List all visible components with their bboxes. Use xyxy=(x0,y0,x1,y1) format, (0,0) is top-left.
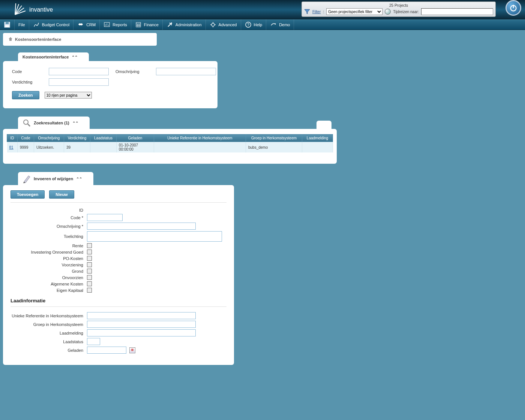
section-laadinformatie: Laadinformatie xyxy=(10,298,226,303)
th-id: ID xyxy=(7,135,18,142)
chk-grond[interactable] xyxy=(87,269,92,274)
add-button[interactable]: Toevoegen xyxy=(10,190,45,199)
menu-crm[interactable]: CRM xyxy=(74,19,100,30)
edit-groep-input[interactable] xyxy=(87,321,196,328)
menu-file[interactable]: File xyxy=(15,19,29,30)
filter-sep: : xyxy=(323,9,324,14)
results-tab-title: Zoekresultaten (1) xyxy=(34,121,69,125)
th-verd: Verdichting xyxy=(64,135,90,142)
chk-eigen[interactable] xyxy=(87,288,92,293)
menu-finance[interactable]: Finance xyxy=(131,19,163,30)
chk-onvoorzien[interactable] xyxy=(87,275,92,280)
row-groep: bubs_demo xyxy=(246,142,302,153)
label-id: ID xyxy=(10,208,83,212)
svg-rect-9 xyxy=(136,22,141,27)
label-pok: PO-Kosten xyxy=(10,256,83,261)
menu-reports[interactable]: Reports xyxy=(100,19,131,30)
th-geladen: Geladen xyxy=(117,135,154,142)
menu-budget[interactable]: Budget Control xyxy=(29,19,74,30)
help-icon: ? xyxy=(245,21,252,28)
label-toel: Toelichting xyxy=(10,234,83,239)
search-button[interactable]: Zoeken xyxy=(12,91,39,99)
search-code-input[interactable] xyxy=(49,68,109,75)
logo-text: invantive xyxy=(29,6,53,13)
logo-icon xyxy=(11,2,29,18)
search-tab-title: Kostensoorteninterface xyxy=(22,55,69,59)
label-omschr: Omschrijving * xyxy=(10,224,83,229)
new-button[interactable]: Nieuw xyxy=(49,190,74,199)
top-filter-bar: 25 Projects Filter: Geen projectspecifie… xyxy=(302,1,496,17)
menu-demo[interactable]: Demo xyxy=(266,19,294,30)
menu-help[interactable]: ?Help xyxy=(241,19,267,30)
chk-algemene[interactable] xyxy=(87,281,92,286)
logo: invantive xyxy=(11,2,53,18)
results-table: ID Code Omschrijving Verdichting Laadsta… xyxy=(7,134,333,152)
row-geladen: 01-10-2007 00:00:00 xyxy=(117,142,154,153)
breadcrumb: Kostensoorteninterface xyxy=(3,33,157,46)
rows-per-page-select[interactable]: 10 rijen per pagina xyxy=(45,92,92,99)
svg-point-22 xyxy=(275,24,276,25)
globe-icon xyxy=(385,9,391,15)
tools-icon xyxy=(166,21,173,28)
edit-omschr-input[interactable] xyxy=(87,223,196,230)
edit-code-input[interactable] xyxy=(87,214,123,221)
collapse-icon[interactable]: ⌃⌃ xyxy=(72,121,78,125)
svg-text:?: ? xyxy=(247,23,249,27)
table-row[interactable]: 81 9999 Uitzoeken. 39 01-10-2007 00:00:0… xyxy=(7,142,333,153)
row-code: 9999 xyxy=(18,142,34,153)
svg-point-15 xyxy=(212,23,214,26)
filter-link[interactable]: Filter xyxy=(312,10,321,14)
edit-tab-title: Invoeren of wijzigen xyxy=(34,176,73,181)
th-omschr: Omschrijving xyxy=(34,135,64,142)
svg-point-23 xyxy=(24,120,28,124)
reports-icon xyxy=(104,21,110,28)
timetravel-input[interactable] xyxy=(421,8,493,15)
menu-admin[interactable]: Administration xyxy=(163,19,206,30)
chk-voorziening[interactable] xyxy=(87,262,92,267)
results-panel: Zoekresultaten (1) ⌃⌃ ID Code Omschrijvi… xyxy=(3,117,522,164)
label-code: Code * xyxy=(10,215,83,220)
crm-icon xyxy=(77,21,84,28)
finance-icon xyxy=(135,21,142,28)
gear-icon xyxy=(210,21,216,28)
collapse-icon[interactable]: ⌃⌃ xyxy=(72,55,78,59)
collapse-icon[interactable]: ⌃⌃ xyxy=(76,177,82,181)
edit-laadstatus-input[interactable] xyxy=(87,338,100,345)
row-verd: 39 xyxy=(64,142,90,153)
demo-icon xyxy=(270,21,277,28)
pencil-icon xyxy=(22,174,31,183)
chk-investering[interactable] xyxy=(87,250,92,254)
edit-laadmelding-input[interactable] xyxy=(87,329,196,336)
search-verdichting-input[interactable] xyxy=(49,78,109,86)
results-pager-tab[interactable] xyxy=(316,121,332,129)
edit-uniekeref-input[interactable] xyxy=(87,312,196,319)
search-tab: Kostensoorteninterface ⌃⌃ xyxy=(18,52,89,61)
row-uniekeref xyxy=(154,142,246,153)
power-button[interactable] xyxy=(506,0,521,16)
menu-save-icon[interactable] xyxy=(2,19,15,30)
label-inv: Investering Onroerend Goed xyxy=(10,250,83,254)
label-code: Code xyxy=(12,69,42,74)
row-id-link[interactable]: 81 xyxy=(9,145,14,149)
home-icon[interactable] xyxy=(8,37,13,42)
calendar-icon[interactable]: ▦ xyxy=(129,347,135,353)
th-code: Code xyxy=(18,135,34,142)
filter-select[interactable]: Geen projectspecifiek filter xyxy=(326,8,382,15)
timetravel-label: Tijdreizen naar: xyxy=(393,10,419,14)
filter-icon xyxy=(304,9,310,15)
chk-pokosten[interactable] xyxy=(87,256,92,261)
edit-geladen-input[interactable] xyxy=(87,347,126,354)
menu-advanced[interactable]: Advanced xyxy=(206,19,241,30)
label-grond: Grond xyxy=(10,269,83,274)
chk-rente[interactable] xyxy=(87,243,92,248)
th-uniekeref: Unieke Referentie in Herkomstsysteem xyxy=(154,135,246,142)
search-omschrijving-input[interactable] xyxy=(156,68,216,75)
label-laadst: Laadstatus xyxy=(10,339,83,344)
divider xyxy=(10,306,226,307)
th-laadst: Laadstatus xyxy=(90,135,117,142)
edit-tab: Invoeren of wijzigen ⌃⌃ xyxy=(18,172,93,185)
projects-count: 25 Projects xyxy=(304,3,493,7)
label-onv: Onvoorzien xyxy=(10,275,83,280)
edit-toelichting-input[interactable] xyxy=(87,231,222,242)
divider xyxy=(10,202,226,203)
